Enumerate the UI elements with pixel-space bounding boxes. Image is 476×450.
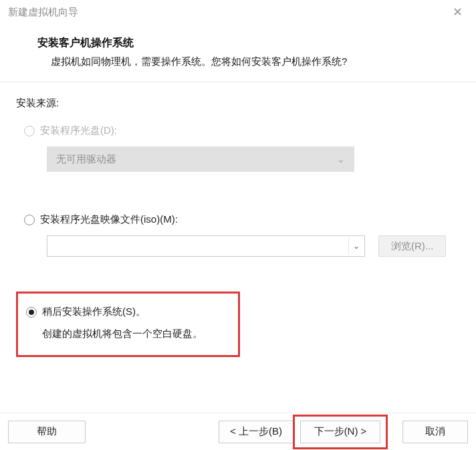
disc-dropdown-value: 无可用驱动器 (56, 153, 116, 166)
radio-disc (24, 126, 35, 136)
help-button[interactable]: 帮助 (8, 421, 86, 443)
radio-iso[interactable] (24, 215, 35, 225)
option-later-highlight: 稍后安装操作系统(S)。 创建的虚拟机将包含一个空白硬盘。 (16, 292, 240, 357)
iso-path-combo[interactable]: ⌄ (47, 235, 365, 257)
footer: 帮助 < 上一步(B) 下一步(N) > 取消 (0, 413, 476, 450)
option-later[interactable]: 稍后安装操作系统(S)。 (26, 306, 230, 318)
content-area: 安装来源: 安装程序光盘(D): 无可用驱动器 ⌄ 安装程序光盘映像文件(iso… (0, 82, 476, 357)
option-disc-label: 安装程序光盘(D): (40, 124, 117, 137)
back-button[interactable]: < 上一步(B) (219, 421, 293, 443)
close-icon[interactable]: ✕ (447, 2, 468, 22)
option-iso[interactable]: 安装程序光盘映像文件(iso)(M): (16, 213, 460, 226)
next-button-highlight: 下一步(N) > (293, 415, 388, 449)
page-title: 安装客户机操作系统 (37, 36, 452, 50)
disc-dropdown: 无可用驱动器 ⌄ (47, 146, 354, 172)
option-iso-label: 安装程序光盘映像文件(iso)(M): (40, 213, 178, 226)
wizard-header: 安装客户机操作系统 虚拟机如同物理机，需要操作系统。您将如何安装客户机操作系统? (0, 24, 476, 82)
browse-button: 浏览(R)... (378, 235, 446, 257)
option-later-desc: 创建的虚拟机将包含一个空白硬盘。 (26, 328, 230, 340)
page-description: 虚拟机如同物理机，需要操作系统。您将如何安装客户机操作系统? (37, 55, 452, 68)
source-label: 安装来源: (16, 97, 460, 110)
next-button[interactable]: 下一步(N) > (300, 421, 380, 443)
window-title: 新建虚拟机向导 (8, 6, 78, 19)
chevron-down-icon: ⌄ (337, 154, 345, 164)
titlebar: 新建虚拟机向导 ✕ (0, 0, 476, 24)
option-later-label: 稍后安装操作系统(S)。 (42, 306, 146, 318)
option-disc: 安装程序光盘(D): (16, 124, 460, 137)
chevron-down-icon[interactable]: ⌄ (348, 237, 363, 255)
cancel-button[interactable]: 取消 (402, 421, 468, 443)
radio-later[interactable] (26, 307, 37, 318)
